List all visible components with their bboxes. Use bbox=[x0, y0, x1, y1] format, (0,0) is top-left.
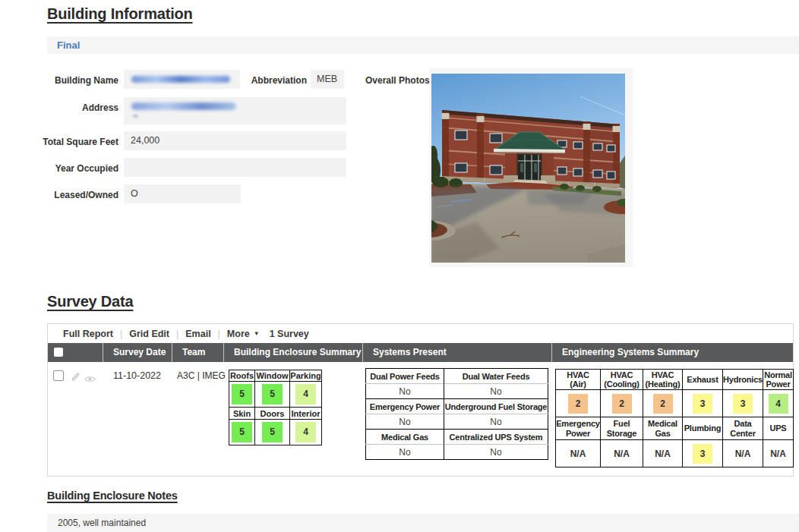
sp-value: No bbox=[444, 384, 548, 399]
redacted-address bbox=[131, 102, 236, 110]
ess-header: Exhaust bbox=[683, 370, 723, 390]
ess-score: N/A bbox=[612, 444, 632, 464]
ess-header: Plumbing bbox=[683, 417, 723, 440]
ess-score: 2 bbox=[653, 394, 673, 414]
full-report-button[interactable]: Full Report bbox=[63, 329, 113, 339]
sp-value: No bbox=[444, 445, 548, 460]
more-button[interactable]: More bbox=[227, 329, 250, 339]
row-checkbox[interactable] bbox=[53, 370, 64, 381]
bes-score: 5 bbox=[262, 384, 283, 405]
edit-pencil-icon[interactable] bbox=[71, 371, 81, 385]
year-occupied-label: Year Occupied bbox=[30, 163, 118, 174]
header-building-enclosure-summary: Building Enclosure Summary bbox=[224, 343, 363, 362]
abbreviation-label: Abbreviation bbox=[243, 75, 307, 86]
building-information-page: Building Information Final Building Name… bbox=[0, 0, 799, 532]
building-enclosure-notes-title[interactable]: Building Enclosure Notes bbox=[47, 490, 178, 502]
ess-score: 3 bbox=[693, 394, 712, 414]
bes-score: 5 bbox=[232, 422, 252, 442]
systems-present-table: Dual Power Feeds Dual Water Feeds No No … bbox=[365, 368, 548, 460]
building-enclosure-summary-table: Roofs Window Parking 5 5 4 Skin Doors In… bbox=[229, 370, 322, 445]
abbreviation-field[interactable]: MEB bbox=[311, 70, 344, 89]
building-photo[interactable] bbox=[431, 74, 625, 263]
select-all-checkbox[interactable] bbox=[54, 348, 63, 357]
building-name-field[interactable] bbox=[124, 70, 240, 89]
engineering-systems-summary-table: HVAC (Air) HVAC (Cooling) HVAC (Heating)… bbox=[555, 369, 794, 467]
ess-score: 3 bbox=[693, 444, 712, 464]
survey-table: Full Report | Grid Edit | Email | More ▼… bbox=[47, 323, 794, 477]
sp-header: Dual Power Feeds bbox=[366, 369, 444, 384]
bes-score: 5 bbox=[232, 384, 252, 405]
chevron-down-icon[interactable]: ▼ bbox=[254, 330, 260, 337]
bes-header: Parking bbox=[290, 370, 322, 382]
sp-header: Emergency Power bbox=[366, 399, 444, 414]
ess-header: Fuel Storage bbox=[601, 417, 643, 440]
leased-owned-field[interactable]: O bbox=[124, 184, 241, 203]
ess-score: N/A bbox=[769, 444, 788, 464]
ess-score: 2 bbox=[612, 394, 632, 414]
leased-owned-label: Leased/Owned bbox=[30, 190, 118, 200]
survey-date-value: 11-10-2022 bbox=[113, 370, 161, 381]
bes-score: 4 bbox=[295, 384, 316, 405]
sp-header: Underground Fuel Storage bbox=[444, 399, 548, 414]
notes-text: 2005, well maintained bbox=[58, 518, 146, 528]
header-select-cell bbox=[48, 343, 103, 362]
ess-header: Normal Power bbox=[763, 370, 794, 390]
ess-score: N/A bbox=[653, 444, 673, 464]
sp-value: No bbox=[366, 445, 444, 460]
sp-value: No bbox=[444, 414, 548, 430]
bes-score: 5 bbox=[262, 422, 283, 442]
page-title: Building Information bbox=[47, 5, 193, 23]
survey-row: 11-10-2022 A3C | IMEG Roofs Window Parki… bbox=[48, 362, 793, 476]
ess-header: HVAC (Heating) bbox=[643, 370, 683, 390]
bes-header: Skin bbox=[229, 408, 255, 420]
bes-header: Window bbox=[255, 370, 290, 382]
ess-score: N/A bbox=[568, 444, 588, 464]
address-field[interactable] bbox=[124, 97, 346, 124]
ess-header: Hydronics bbox=[723, 370, 763, 390]
year-occupied-field[interactable] bbox=[124, 158, 346, 177]
header-engineering-systems-summary: Engineering Systems Summary bbox=[552, 343, 793, 362]
header-team: Team bbox=[172, 343, 224, 362]
overall-photos-label: Overall Photos bbox=[365, 75, 434, 86]
ess-score: 2 bbox=[568, 394, 588, 414]
ess-header: Medical Gas bbox=[643, 417, 683, 440]
redacted-building-name bbox=[131, 76, 230, 83]
ess-header: HVAC (Cooling) bbox=[601, 370, 643, 390]
sp-header: Centralized UPS System bbox=[444, 430, 548, 445]
bes-header: Roofs bbox=[229, 370, 255, 382]
bes-header: Interior bbox=[290, 408, 322, 420]
survey-toolbar: Full Report | Grid Edit | Email | More ▼… bbox=[48, 324, 793, 343]
view-eye-icon[interactable] bbox=[84, 373, 96, 386]
overall-photos-container bbox=[429, 68, 633, 267]
bes-header: Doors bbox=[255, 408, 290, 420]
sp-value: No bbox=[366, 414, 444, 430]
sp-header: Medical Gas bbox=[366, 430, 444, 445]
ess-header: Data Center bbox=[723, 417, 763, 440]
sp-header: Dual Water Feeds bbox=[444, 369, 548, 384]
header-survey-date: Survey Date bbox=[103, 343, 172, 362]
email-button[interactable]: Email bbox=[185, 329, 210, 339]
ess-header: HVAC (Air) bbox=[556, 370, 601, 390]
total-square-feet-field[interactable]: 24,000 bbox=[124, 131, 346, 150]
survey-data-title: Survey Data bbox=[47, 293, 133, 310]
status-bar: Final bbox=[47, 36, 799, 54]
bes-score: 4 bbox=[295, 422, 316, 442]
grid-edit-button[interactable]: Grid Edit bbox=[129, 329, 169, 339]
ess-score: N/A bbox=[733, 444, 753, 464]
ess-header: Emergency Power bbox=[556, 417, 601, 440]
total-square-feet-label: Total Square Feet bbox=[30, 137, 118, 147]
team-value: A3C | IMEG bbox=[177, 370, 226, 381]
header-systems-present: Systems Present bbox=[363, 343, 552, 362]
survey-count: 1 Survey bbox=[270, 329, 309, 339]
ess-header: UPS bbox=[763, 417, 794, 440]
survey-table-header: Survey Date Team Building Enclosure Summ… bbox=[48, 343, 793, 362]
status-label: Final bbox=[57, 39, 80, 51]
sp-value: No bbox=[366, 384, 444, 399]
ess-score: 3 bbox=[733, 394, 753, 414]
building-name-label: Building Name bbox=[30, 75, 118, 86]
ess-score: 4 bbox=[769, 394, 788, 414]
address-label: Address bbox=[30, 102, 118, 113]
building-enclosure-notes-bar: 2005, well maintained bbox=[47, 514, 799, 532]
